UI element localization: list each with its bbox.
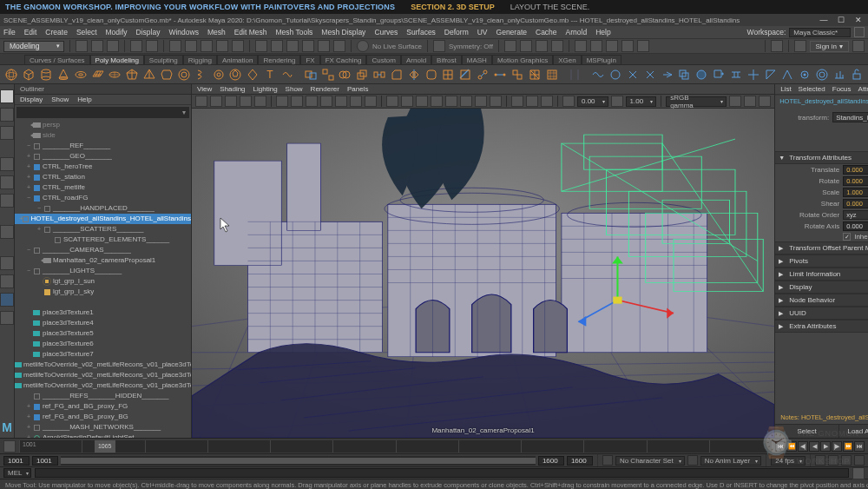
- menu-file[interactable]: File: [3, 28, 16, 36]
- outliner-item[interactable]: place3dTexture6: [15, 339, 191, 349]
- vp-exposure-value[interactable]: 0.00: [577, 96, 608, 107]
- shelf-tab-fx[interactable]: FX: [300, 55, 319, 64]
- rotateaxis-x[interactable]: 0.000: [843, 221, 868, 231]
- new-scene-button[interactable]: [76, 40, 88, 52]
- circularize-icon[interactable]: [608, 66, 624, 83]
- outliner-item[interactable]: Manhattan_02_cameraProposal1: [15, 255, 191, 266]
- shelf-tab-anim[interactable]: Animation: [217, 55, 259, 64]
- snap-button-6[interactable]: [333, 40, 345, 52]
- menu-curves[interactable]: Curves: [374, 28, 398, 36]
- outliner-item[interactable]: +CTRL_metlife: [15, 182, 191, 193]
- menu-display[interactable]: Display: [136, 28, 161, 36]
- separate-icon[interactable]: [319, 66, 336, 83]
- outliner-item[interactable]: persp: [15, 120, 191, 130]
- pivots-section[interactable]: ▶Pivots: [775, 254, 868, 268]
- menu-meshdisplay[interactable]: Mesh Display: [321, 28, 365, 36]
- vp-motion-blur-button[interactable]: [475, 96, 487, 107]
- vp-renderer-menu[interactable]: Renderer: [311, 85, 339, 93]
- outliner-item[interactable]: +_______SCATTERS_______: [15, 224, 191, 235]
- vp-iprrender-button[interactable]: [759, 96, 771, 107]
- render-button-2[interactable]: [590, 40, 602, 52]
- vp-bookmark-button[interactable]: [210, 96, 222, 107]
- extrude-icon[interactable]: [354, 66, 371, 83]
- rotate-tool[interactable]: [0, 175, 14, 189]
- outliner-item[interactable]: [15, 297, 191, 307]
- outliner-item[interactable]: +_______GEO_______: [15, 151, 191, 162]
- crease-icon[interactable]: [779, 66, 796, 83]
- shelf-tab-xgen[interactable]: XGen: [553, 55, 581, 64]
- booleans-icon[interactable]: [337, 66, 353, 83]
- menu-mesh[interactable]: Mesh: [207, 28, 226, 36]
- menu-edit[interactable]: Edit: [24, 28, 37, 36]
- shelf-tab-mash[interactable]: MASH: [462, 55, 492, 64]
- outliner-item[interactable]: −_______REF_______: [15, 141, 191, 151]
- open-scene-button[interactable]: [91, 40, 103, 52]
- playback-start-field[interactable]: 1001: [32, 456, 58, 466]
- outliner-item[interactable]: place3dTexture4: [15, 318, 191, 328]
- outliner-item[interactable]: lgt_grp_l_sky: [15, 287, 191, 297]
- outliner-item[interactable]: +ArnoldStandInDefaultLightSet: [15, 433, 191, 438]
- animlayer-icon[interactable]: [687, 455, 698, 466]
- rotate-order-dd[interactable]: xyz: [843, 210, 868, 220]
- layout-outliner-button[interactable]: [0, 293, 14, 307]
- vp-view-menu[interactable]: View: [197, 85, 212, 93]
- menu-generate[interactable]: Generate: [496, 28, 527, 36]
- outliner-item[interactable]: SCATTERED_ELEMENTS______: [15, 235, 191, 245]
- layout-single-button[interactable]: [0, 256, 14, 270]
- shelf-tab-arnold[interactable]: Arnold: [401, 55, 431, 64]
- fill-hole-icon[interactable]: [694, 66, 710, 83]
- viewport-canvas[interactable]: Manhattan_02_cameraProposal1: [192, 109, 774, 438]
- vp-isolate-button[interactable]: [511, 96, 523, 107]
- xgen-button[interactable]: [771, 40, 783, 52]
- outliner-item[interactable]: place3dTexture7: [15, 349, 191, 360]
- vp-show-menu[interactable]: Show: [286, 85, 303, 93]
- menu-create[interactable]: Create: [45, 28, 68, 36]
- minimize-button[interactable]: —: [818, 16, 830, 24]
- shelf-tab-curves[interactable]: Curves / Surfaces: [24, 55, 90, 64]
- script-lang-dd[interactable]: MEL: [3, 468, 31, 478]
- vp-exposure-button[interactable]: [562, 96, 575, 107]
- workspace-opts-button[interactable]: [854, 27, 865, 37]
- vp-res-gate-button[interactable]: [306, 96, 318, 107]
- menu-cache[interactable]: Cache: [536, 28, 557, 36]
- append-icon[interactable]: [711, 66, 727, 83]
- poly-cube-icon[interactable]: [21, 66, 37, 83]
- render-button-1[interactable]: [575, 40, 587, 52]
- layout-persp-button[interactable]: [0, 311, 14, 325]
- charset-dd[interactable]: No Character Set: [615, 456, 685, 466]
- rotate-x[interactable]: 0.000: [843, 176, 868, 186]
- selmask-button-1[interactable]: [169, 40, 181, 52]
- outliner-item[interactable]: +ref_FG_and_BG_proxy_BG: [15, 412, 191, 422]
- shear-x[interactable]: 0.000: [843, 199, 868, 208]
- marketplace-button[interactable]: [852, 40, 865, 52]
- live-surface-button[interactable]: [357, 40, 369, 52]
- shelf-tab-motiongfx[interactable]: Motion Graphics: [492, 55, 553, 64]
- snap-button-1[interactable]: [255, 40, 267, 52]
- redo-button[interactable]: [146, 40, 158, 52]
- vp-safe-title-button[interactable]: [365, 96, 377, 107]
- target-weld-icon[interactable]: [475, 66, 491, 83]
- bridge-icon[interactable]: [372, 66, 388, 83]
- outliner-item[interactable]: metlifeToOverride_v02_metLifeRecons_v01_…: [15, 380, 191, 391]
- vp-film-gate-button[interactable]: [291, 96, 303, 107]
- poly-torus-icon[interactable]: [72, 66, 89, 83]
- selmask-button-3[interactable]: [201, 40, 213, 52]
- iso-button-4[interactable]: [551, 40, 563, 52]
- uuid-section[interactable]: ▶UUID: [775, 307, 868, 320]
- outliner-item[interactable]: place3dTexture1: [15, 307, 191, 318]
- save-scene-button[interactable]: [107, 40, 119, 52]
- quad-draw-icon[interactable]: [509, 66, 525, 83]
- animlayer-dd[interactable]: No Anim Layer: [700, 456, 761, 466]
- menu-modify[interactable]: Modify: [106, 28, 128, 36]
- flip-tri-icon[interactable]: [762, 66, 779, 83]
- outliner-search[interactable]: [16, 107, 189, 118]
- menu-meshtools[interactable]: Mesh Tools: [276, 28, 313, 36]
- smooth-icon[interactable]: [423, 66, 439, 83]
- outliner-item[interactable]: −_______LIGHTS_______: [15, 266, 191, 276]
- menu-deform[interactable]: Deform: [444, 28, 469, 36]
- unlock-normals-icon[interactable]: [848, 66, 865, 83]
- selmask-button-5[interactable]: [232, 40, 244, 52]
- menu-surfaces[interactable]: Surfaces: [406, 28, 436, 36]
- menu-editmesh[interactable]: Edit Mesh: [234, 28, 267, 36]
- attr-focus-menu[interactable]: Focus: [832, 85, 852, 93]
